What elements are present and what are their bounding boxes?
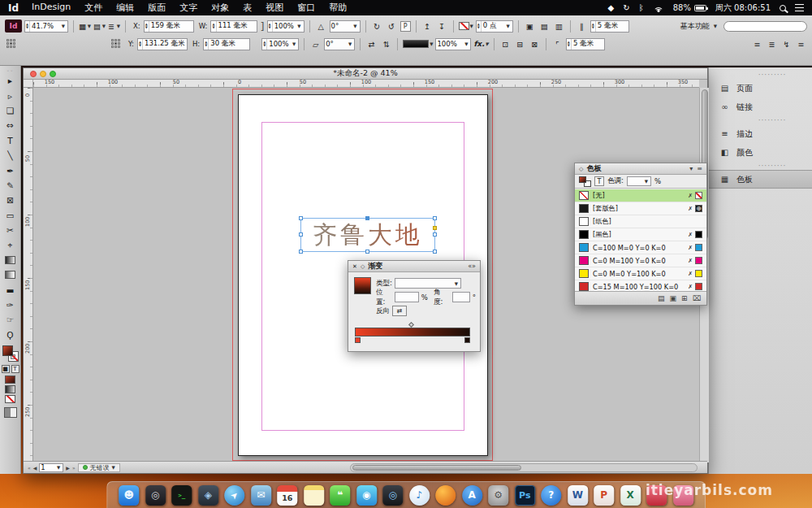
horizontal-scrollbar[interactable] <box>350 463 698 472</box>
grid-options-button[interactable]: ▤▼ <box>93 20 106 33</box>
close-button[interactable] <box>30 71 37 77</box>
zoom-window-button[interactable] <box>50 71 56 77</box>
menu-item[interactable]: 对象 <box>211 2 229 14</box>
pages-grid-icon[interactable] <box>6 39 17 50</box>
apply-none-button[interactable] <box>5 395 15 403</box>
selection-tool[interactable]: ▸ <box>1 73 20 88</box>
apple-app-logo[interactable]: Id <box>8 2 19 14</box>
dock-panel-item[interactable]: ∞ 链接 <box>709 98 812 116</box>
view-options-button[interactable]: ▦▼ <box>79 20 91 33</box>
media-player[interactable]: ◎ <box>145 485 166 506</box>
workspace-switcher[interactable]: 基本功能▼ <box>676 20 721 33</box>
photo-booth[interactable]: ◎ <box>382 485 403 506</box>
app-store[interactable]: A <box>462 485 482 506</box>
hand-tool[interactable]: ☞ <box>1 312 20 327</box>
guides-options-button[interactable]: ≣▼ <box>108 20 120 33</box>
menu-item[interactable]: InDesign <box>32 2 71 14</box>
calendar[interactable]: 16 <box>277 485 297 506</box>
powerpoint[interactable]: P <box>594 485 614 506</box>
mail[interactable]: ✉ <box>251 485 271 506</box>
wrap-jump-button[interactable]: ▥ <box>553 20 565 33</box>
menu-item[interactable]: 视图 <box>266 2 283 14</box>
gradient-ramp[interactable] <box>355 328 470 336</box>
x-field[interactable]: ▲▼159 毫米 <box>144 20 194 33</box>
menu-item[interactable]: 版面 <box>148 2 166 14</box>
frame-handle[interactable] <box>299 250 303 254</box>
rectangle-frame-tool[interactable]: ⊠ <box>1 193 20 207</box>
wrap-around-button[interactable]: ▤ <box>538 20 551 33</box>
swatch-row[interactable]: C=0 M=0 Y=100 K=0 <box>575 267 706 280</box>
panel-collapse-icon[interactable]: ◇ <box>579 166 583 172</box>
frame-handle[interactable] <box>365 216 369 220</box>
y-field[interactable]: ▲▼131.25 毫米 <box>137 38 188 50</box>
help-app[interactable]: ? <box>541 485 561 506</box>
text-fill-toggle[interactable]: T <box>594 176 604 186</box>
photoshop[interactable]: Ps <box>515 485 535 506</box>
align-center-button[interactable]: ≣ <box>766 38 778 50</box>
gutter-field[interactable]: ▲▼5 毫米 <box>590 20 629 33</box>
facetime[interactable]: ◉ <box>356 485 377 506</box>
align-left-button[interactable]: ≡ <box>751 38 763 50</box>
apply-color-button[interactable] <box>5 376 15 384</box>
chevron-down-icon[interactable]: ▾ <box>689 165 693 172</box>
eyedropper-tool[interactable]: ✑ <box>1 297 20 312</box>
swatch-row[interactable]: [纸色] <box>575 215 706 228</box>
rectangle-tool[interactable]: ▭ <box>1 208 20 223</box>
swatch-row[interactable]: [套版色] <box>575 202 706 215</box>
dock-panel-item[interactable] <box>709 116 812 124</box>
notification-center-icon[interactable] <box>795 4 804 11</box>
system-preferences[interactable]: ⚙ <box>488 485 508 506</box>
swatches-panel-title-bar[interactable]: ◇ 色板 ▾≡ <box>575 163 706 175</box>
zoom-field[interactable]: ▲▼ 41.7% ▼ <box>24 20 68 33</box>
swatch-row[interactable]: C=0 M=100 Y=0 K=0 <box>575 254 706 267</box>
corner-radius-field[interactable]: ▲▼5 毫米 <box>566 38 605 50</box>
apply-gradient-button[interactable] <box>5 385 15 393</box>
constrain-link-icon[interactable]: ] <box>260 21 264 32</box>
swatch-row[interactable]: [黑色] <box>575 228 706 241</box>
swatch-row[interactable]: C=15 M=100 Y=100 K=0 <box>575 280 706 291</box>
collapse-arrows-icon[interactable]: «» <box>468 263 476 270</box>
gradient-midpoint[interactable] <box>408 322 414 328</box>
page-tool[interactable]: ❏ <box>1 103 20 118</box>
gradient-type-select[interactable]: ▼ <box>395 278 461 289</box>
menu-item[interactable]: 表 <box>243 2 252 14</box>
gradient-feather-tool[interactable] <box>1 267 20 282</box>
shear-field[interactable]: 0°▼ <box>324 38 355 50</box>
direct-selection-tool[interactable]: ▹ <box>1 88 20 102</box>
close-icon[interactable]: ✕ <box>352 263 357 270</box>
itunes[interactable]: ♪ <box>409 485 430 506</box>
reverse-gradient-button[interactable]: ⇄ <box>392 306 407 316</box>
dock-panel-item[interactable]: ▦ 色板 <box>709 170 812 189</box>
show-swatch-kinds-button[interactable]: ▤ <box>658 294 665 302</box>
vertical-ruler[interactable]: 050100150200250 <box>24 88 33 462</box>
notes[interactable] <box>304 485 324 506</box>
ruler-origin-box[interactable] <box>24 80 33 88</box>
flip-vertical-button[interactable]: ⇅ <box>380 38 392 50</box>
pen-tool[interactable]: ✒ <box>1 163 20 177</box>
frame-handle[interactable] <box>433 232 437 237</box>
next-page-button[interactable]: ▶ <box>66 465 70 471</box>
tools-panel-grip[interactable]: ◦◦ <box>6 67 14 73</box>
finder[interactable]: ☻ <box>119 485 139 506</box>
corner-options-handle[interactable] <box>433 226 437 230</box>
gap-tool[interactable]: ⇔ <box>1 118 20 132</box>
frame-handle[interactable] <box>433 250 437 254</box>
flip-horizontal-button[interactable]: ⇄ <box>365 38 378 50</box>
fit-content-button[interactable]: ⊡ <box>499 38 512 50</box>
opacity-field[interactable]: 100%▼ <box>435 38 471 50</box>
menu-item[interactable]: 窗口 <box>297 2 315 14</box>
dock-panel-item[interactable] <box>709 71 812 79</box>
gradient-stop-start[interactable] <box>355 337 361 343</box>
last-page-button[interactable]: » <box>72 465 76 471</box>
document-title-bar[interactable]: *未命名-2 @ 41% <box>24 68 707 80</box>
angle-field[interactable] <box>452 292 470 302</box>
scissors-tool[interactable]: ✂ <box>1 223 20 237</box>
horizontal-ruler[interactable]: 15010050050100150200250300350 <box>33 80 699 88</box>
first-page-button[interactable]: « <box>28 465 31 471</box>
gradient-stop-end[interactable] <box>464 337 470 343</box>
app-extra-icon[interactable]: ◆ <box>608 3 615 12</box>
panel-menu-icon[interactable]: ≡ <box>697 165 702 172</box>
position-field[interactable] <box>395 292 419 302</box>
free-transform-tool[interactable]: ⌖ <box>1 237 20 252</box>
swatch-row[interactable]: [无] <box>575 189 706 202</box>
